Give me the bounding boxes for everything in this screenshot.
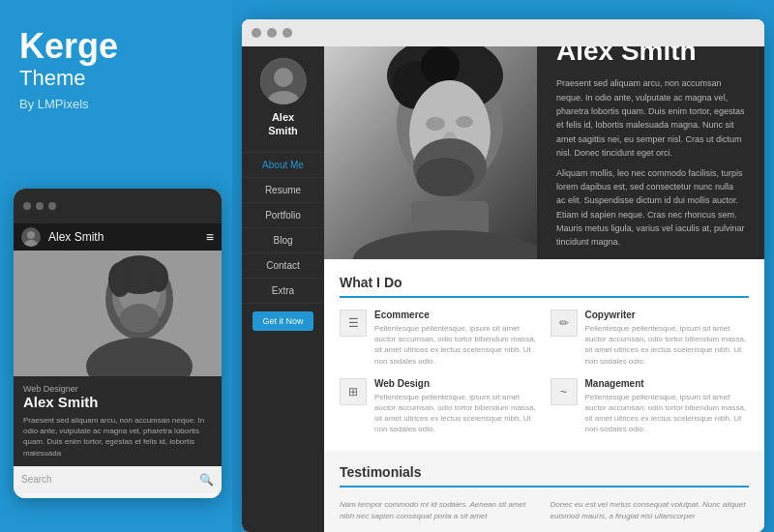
mobile-top-bar [14, 189, 222, 223]
testimonials-section: Testimonials Nam tempor commodo mi id so… [324, 451, 764, 533]
service-copywriter: ✏ Copywriter Pellentesque pellentesque, … [551, 310, 750, 367]
desktop-dot-1 [252, 28, 261, 38]
theme-title: Kerge [19, 29, 213, 64]
search-icon[interactable]: 🔍 [199, 473, 214, 487]
svg-point-23 [456, 116, 473, 128]
service-ecommerce-title: Ecommerce [374, 310, 539, 320]
what-i-do-section: What I Do ☰ Ecommerce Pellentesque pelle… [324, 259, 764, 451]
mobile-name-bar: Alex Smith ≡ [14, 223, 222, 251]
hero-description-2: Aliquam mollis, leo nec commodo facilisi… [556, 166, 745, 250]
testimonials-title: Testimonials [340, 464, 749, 488]
desktop-dot-2 [267, 28, 277, 38]
service-webdesign: ⊞ Web Design Pellentesque pellentesque, … [340, 378, 539, 435]
services-grid: ☰ Ecommerce Pellentesque pellentesque, i… [340, 310, 749, 435]
hero-section: Web Designer Alex Smith Praesent sed ali… [324, 46, 764, 259]
desktop-dot-3 [283, 28, 292, 38]
service-copywriter-title: Copywriter [585, 310, 750, 320]
svg-point-12 [274, 68, 293, 87]
hero-description-1: Praesent sed aliquam arcu, non accumsan … [556, 76, 745, 160]
desktop-mockup: AlexSmith About Me Resume Portfolio Blog… [242, 19, 764, 532]
mobile-dot-3 [48, 202, 56, 210]
sidebar: AlexSmith About Me Resume Portfolio Blog… [242, 46, 324, 532]
service-management-desc: Pellentesque pellentesque, ipsum sit ame… [585, 392, 750, 435]
mobile-photo [14, 251, 222, 376]
left-panel: Kerge Theme By LMPixels Alex Smith ≡ [0, 0, 232, 532]
mobile-search-bar: Search 🔍 [14, 466, 222, 493]
mobile-role-label: Web Designer [23, 384, 212, 394]
sidebar-item-blog[interactable]: Blog [242, 228, 324, 253]
mobile-info: Web Designer Alex Smith Praesent sed ali… [14, 376, 222, 466]
svg-point-0 [27, 231, 35, 239]
svg-point-8 [149, 263, 168, 292]
mobile-description: Praesent sed aliquam arcu, non accumsan … [23, 415, 212, 458]
service-copywriter-desc: Pellentesque pellentesque, ipsum sit ame… [585, 323, 750, 367]
service-ecommerce-desc: Pellentesque pellentesque, ipsum sit ame… [374, 323, 539, 367]
testimonials-grid: Nam tempor commodo mi id sodales. Aenean… [340, 499, 749, 522]
what-i-do-title: What I Do [340, 275, 749, 298]
hamburger-icon[interactable]: ≡ [206, 229, 214, 245]
mobile-dot-1 [23, 202, 31, 210]
svg-point-22 [426, 117, 445, 131]
testimonial-1: Nam tempor commodo mi id sodales. Aenean… [340, 499, 539, 522]
service-management: ~ Management Pellentesque pellentesque, … [551, 378, 750, 435]
copywriter-icon: ✏ [551, 310, 578, 337]
hero-photo [324, 46, 537, 259]
main-content: Web Designer Alex Smith Praesent sed ali… [324, 46, 764, 532]
svg-point-9 [120, 304, 159, 333]
testimonial-1-text: Nam tempor commodo mi id sodales. Aenean… [340, 499, 539, 522]
sidebar-avatar [260, 58, 307, 104]
service-webdesign-desc: Pellentesque pellentesque, ipsum sit ame… [374, 392, 539, 435]
testimonial-2: Donec eu est vel metus consequat volutpa… [551, 499, 750, 522]
svg-point-26 [416, 158, 474, 196]
sidebar-item-contact[interactable]: Contact [242, 253, 324, 279]
sidebar-name: AlexSmith [268, 110, 298, 138]
sidebar-item-extra[interactable]: Extra [242, 279, 324, 304]
mobile-name: Alex Smith [48, 230, 198, 244]
service-webdesign-title: Web Design [374, 378, 539, 389]
sidebar-item-about[interactable]: About Me [242, 152, 324, 178]
mobile-person-name: Alex Smith [23, 394, 212, 411]
hero-info: Web Designer Alex Smith Praesent sed ali… [537, 46, 764, 259]
svg-point-7 [108, 262, 132, 297]
theme-subtitle: Theme [19, 66, 213, 91]
mobile-social-bar: t in f [14, 493, 222, 498]
mobile-dot-2 [36, 202, 44, 210]
service-management-title: Management [585, 378, 750, 389]
mobile-search-placeholder: Search [21, 474, 195, 485]
testimonial-2-text: Donec eu est vel metus consequat volutpa… [551, 499, 750, 522]
desktop-top-bar [242, 19, 764, 46]
sidebar-item-portfolio[interactable]: Portfolio [242, 203, 324, 228]
sidebar-item-resume[interactable]: Resume [242, 178, 324, 203]
desktop-content: AlexSmith About Me Resume Portfolio Blog… [242, 46, 764, 532]
sidebar-navigation: About Me Resume Portfolio Blog Contact E… [242, 152, 324, 304]
mobile-mockup: Alex Smith ≡ Web Designer Alex [14, 189, 222, 498]
service-ecommerce: ☰ Ecommerce Pellentesque pellentesque, i… [340, 310, 539, 367]
theme-by: By LMPixels [19, 97, 213, 111]
get-it-now-button[interactable]: Get it Now [253, 311, 313, 331]
service-copywriter-text: Copywriter Pellentesque pellentesque, ip… [585, 310, 750, 367]
svg-point-20 [421, 46, 460, 85]
service-management-text: Management Pellentesque pellentesque, ip… [585, 378, 750, 435]
svg-point-1 [24, 240, 38, 247]
service-webdesign-text: Web Design Pellentesque pellentesque, ip… [374, 378, 539, 435]
service-ecommerce-text: Ecommerce Pellentesque pellentesque, ips… [374, 310, 539, 367]
management-icon: ~ [551, 378, 578, 405]
mobile-avatar [21, 227, 41, 247]
webdesign-icon: ⊞ [340, 378, 367, 405]
hero-name: Alex Smith [556, 46, 745, 67]
ecommerce-icon: ☰ [340, 310, 367, 337]
